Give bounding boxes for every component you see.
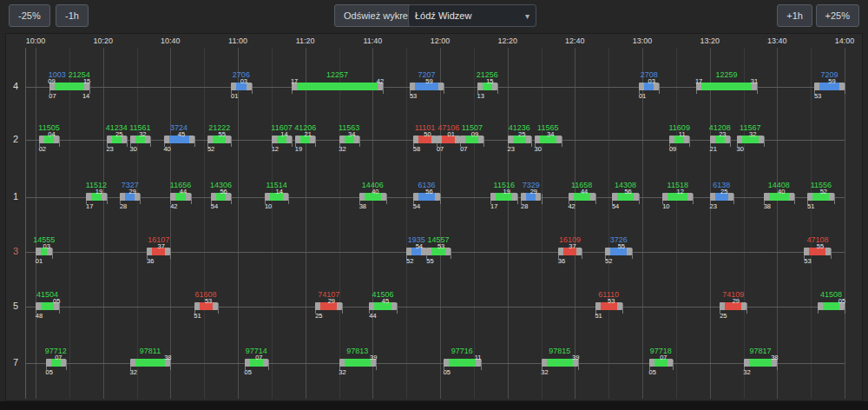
occupation-segment — [701, 83, 752, 90]
stop-minute-label: 50 — [424, 130, 431, 138]
zoom-in-button[interactable]: +25% — [816, 4, 859, 27]
shunt-cap-segment — [825, 248, 831, 255]
stop-minute-label: 59 — [828, 77, 835, 85]
stop-minute-label: 25 — [720, 188, 727, 195]
stop-minute-label: 01 — [639, 92, 646, 100]
stop-minute-label: 55 — [618, 242, 625, 250]
time-tick-label: 12:00 — [431, 36, 450, 45]
bar-boundary-tick — [194, 136, 195, 147]
stop-minute-label: 07 — [49, 92, 56, 100]
time-tick-label: 11:20 — [296, 36, 315, 45]
timetable-chart: 10:0010:2010:4011:0011:2011:4012:0012:20… — [5, 33, 863, 401]
stop-minute-label: 44 — [180, 188, 187, 195]
shift-back-1h-button[interactable]: -1h — [56, 4, 89, 27]
time-tick-label: 11:00 — [228, 36, 247, 45]
grid-line-major — [710, 48, 711, 399]
stop-minute-label: 25 — [720, 312, 727, 320]
bar-boundary-tick — [831, 248, 832, 259]
bar-boundary-tick — [673, 360, 674, 370]
bar-boundary-tick — [531, 136, 532, 147]
stop-minute-label: 02 — [39, 145, 46, 153]
bar-boundary-tick — [497, 83, 498, 94]
stop-minute-label: 10 — [265, 202, 272, 210]
bar-boundary-tick — [582, 248, 582, 259]
bar-boundary-tick — [483, 136, 484, 147]
bar-boundary-tick — [733, 194, 734, 204]
station-select[interactable]: Łódź Widzew ▾ — [408, 4, 536, 27]
grid-line-major — [238, 48, 239, 399]
shunt-cap-segment — [789, 193, 794, 201]
stop-minute-label: 12 — [677, 188, 684, 195]
stop-minute-label: 51 — [194, 312, 201, 320]
stop-minute-label: 53 — [804, 257, 811, 265]
train-number: 97817 — [749, 347, 771, 355]
stop-minute-label: 01 — [448, 130, 455, 138]
shunt-cap-segment — [337, 302, 342, 310]
track-label: 4 — [9, 81, 23, 91]
time-tick-label: 11:40 — [363, 36, 382, 45]
horizontal-scrollbar[interactable] — [0, 401, 868, 410]
stop-minute-label: 25 — [115, 130, 122, 138]
stop-minute-label: 48 — [36, 312, 43, 320]
bar-boundary-tick — [542, 194, 542, 204]
occupation-segment — [55, 83, 85, 90]
shunt-cap-segment — [667, 359, 673, 367]
bar-boundary-tick — [397, 303, 398, 314]
stop-minute-label: 37 — [158, 242, 165, 250]
stop-minute-label: 25 — [315, 312, 322, 320]
shunt-cap-segment — [189, 136, 194, 143]
train-bar[interactable] — [696, 83, 757, 90]
train-number: 12257 — [326, 70, 348, 79]
shunt-cap-segment — [829, 193, 834, 201]
train-number-label: 97813 — [346, 347, 368, 355]
stop-minute-label: 12 — [272, 145, 279, 153]
track-label: 1 — [9, 191, 23, 202]
grid-line-minor — [542, 48, 542, 399]
bar-boundary-tick — [288, 194, 289, 204]
stop-minute-label: 45 — [178, 130, 185, 138]
time-tick-label: 13:20 — [700, 36, 720, 45]
bar-boundary-tick — [386, 194, 387, 204]
bar-boundary-tick — [440, 194, 441, 204]
grid-line-major — [642, 48, 643, 399]
occupation-segment — [41, 302, 54, 310]
stop-minute-label: 38 — [164, 354, 171, 361]
bar-boundary-tick — [517, 194, 518, 204]
stop-minute-label: 56 — [220, 188, 227, 195]
shunt-cap-segment — [526, 136, 531, 143]
grid-line-major — [440, 48, 441, 399]
bar-boundary-tick — [450, 248, 451, 259]
stop-minute-label: 40 — [372, 188, 378, 195]
stop-minute-label: 51 — [595, 312, 602, 320]
bar-boundary-tick — [659, 83, 660, 94]
shunt-cap-segment — [627, 248, 632, 255]
shunt-cap-segment — [213, 302, 218, 310]
time-tick-label: 13:40 — [767, 36, 787, 45]
stop-minute-label: 23 — [106, 145, 113, 153]
stop-minute-label: 52 — [820, 188, 827, 195]
bar-boundary-tick — [444, 83, 444, 94]
grid-line-minor — [676, 48, 677, 399]
stop-minute-label: 07 — [437, 145, 444, 153]
stop-minute-label: 53 — [205, 297, 212, 305]
stop-minute-label: 52 — [207, 145, 214, 153]
stop-minute-label: 05 — [245, 368, 252, 376]
zoom-out-button[interactable]: -25% — [9, 4, 50, 27]
stop-minute-label: 19 — [95, 188, 102, 195]
stop-minute-label: 09 — [669, 145, 676, 153]
stop-minute-label: 01 — [36, 257, 43, 265]
stop-minute-label: 01 — [231, 92, 238, 100]
occupation-segment — [449, 359, 476, 367]
stop-minute-label: 07 — [660, 354, 667, 361]
grid-line-major — [845, 48, 845, 399]
stop-minute-label: 21 — [304, 130, 311, 138]
stop-minute-label: 32 — [339, 368, 345, 376]
stop-minute-label: 05 — [45, 368, 52, 376]
stop-minute-label: 38 — [764, 202, 771, 210]
shunt-cap-segment — [165, 248, 170, 255]
grid-line-major — [372, 48, 373, 399]
shift-forward-1h-button[interactable]: +1h — [777, 4, 812, 27]
bar-boundary-tick — [315, 136, 316, 147]
train-bar[interactable] — [292, 83, 383, 90]
stop-minute-label: 44 — [369, 312, 376, 320]
